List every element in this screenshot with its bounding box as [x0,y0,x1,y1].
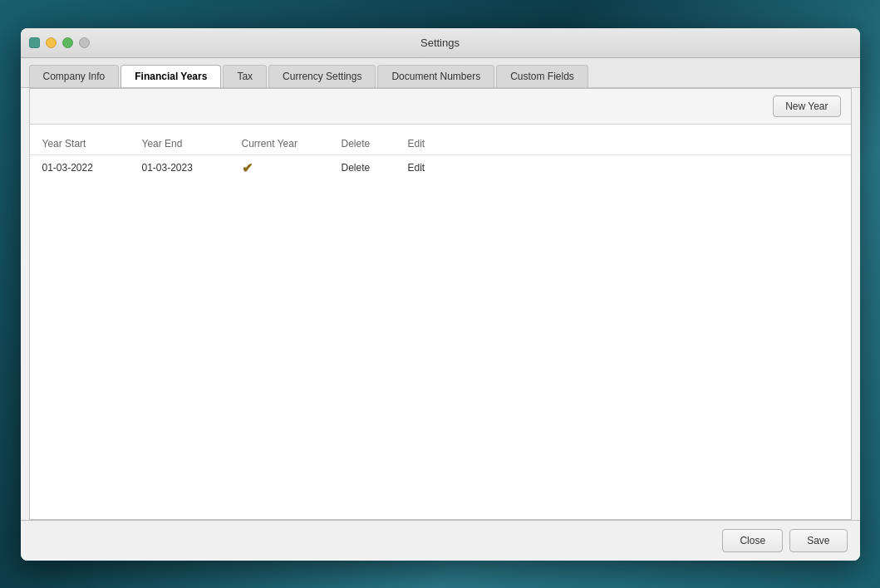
col-header-year-end: Year End [142,138,242,149]
close-button[interactable]: Close [722,529,783,552]
tab-document-numbers[interactable]: Document Numbers [377,65,494,87]
table-container: Year Start Year End Current Year Delete … [30,125,851,519]
col-header-delete: Delete [342,138,408,149]
delete-link[interactable]: Delete [342,162,408,174]
maximize-button[interactable] [62,37,73,48]
table-header: Year Start Year End Current Year Delete … [30,133,851,155]
edit-link[interactable]: Edit [408,162,474,174]
tab-custom-fields[interactable]: Custom Fields [496,65,588,87]
save-button[interactable]: Save [789,529,847,552]
cell-current-year: ✔ [242,160,342,176]
cell-year-end: 01-03-2023 [142,162,242,174]
app-icon [29,37,40,48]
window-controls [29,37,90,48]
window-title: Settings [420,37,460,49]
toolbar: New Year [30,89,851,125]
title-bar: Settings [21,28,860,58]
footer: Close Save [21,520,860,561]
table-row: 01-03-2022 01-03-2023 ✔ Delete Edit [30,155,851,181]
settings-window: Settings Company Info Financial Years Ta… [21,28,860,561]
close-window-button[interactable] [79,37,90,48]
tabs-bar: Company Info Financial Years Tax Currenc… [21,58,860,88]
col-header-year-start: Year Start [42,138,142,149]
content-area: New Year Year Start Year End Current Yea… [29,88,852,520]
tab-financial-years[interactable]: Financial Years [120,65,221,87]
new-year-button[interactable]: New Year [773,96,840,117]
tab-tax[interactable]: Tax [223,65,267,87]
cell-year-start: 01-03-2022 [42,162,142,174]
col-header-current-year: Current Year [242,138,342,149]
minimize-button[interactable] [46,37,57,48]
tab-company-info[interactable]: Company Info [29,65,120,87]
tab-currency-settings[interactable]: Currency Settings [268,65,376,87]
col-header-edit: Edit [408,138,474,149]
